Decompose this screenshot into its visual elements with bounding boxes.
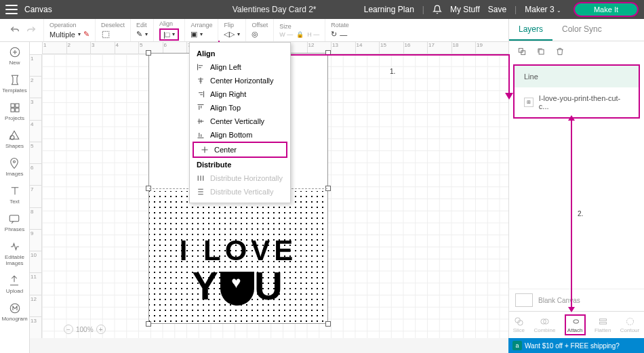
document-title[interactable]: Valentines Day Card 2* <box>184 5 363 14</box>
zoom-out-icon: − <box>64 325 73 334</box>
flip-icon: ◁▷ <box>224 30 235 39</box>
offset-tool[interactable]: Offset ◎ <box>245 19 273 41</box>
layer-action-bar: Slice Combine Attach Flatten Contour <box>508 311 644 338</box>
learning-plan-link[interactable]: Learning Plan <box>364 5 414 14</box>
ruler-vertical: 12345678910111213 <box>30 54 42 338</box>
offset-icon: ◎ <box>251 30 258 39</box>
svg-rect-5 <box>15 108 18 112</box>
layer-thumb-icon: ⊞ <box>524 98 534 107</box>
svg-rect-11 <box>521 51 525 55</box>
machine-selector[interactable]: Maker 3 ⌄ <box>525 5 561 14</box>
heart-icon: ♥ <box>231 273 243 291</box>
align-dropdown-menu: Align Align Left Center Horizontally Ali… <box>189 42 291 203</box>
sidebar-item-upload[interactable]: Upload <box>6 274 23 294</box>
group-icon[interactable] <box>517 47 527 56</box>
left-sidebar: New Templates Projects Shapes Images Tex… <box>0 42 30 353</box>
pencil-icon: ✎ <box>83 30 89 39</box>
svg-rect-12 <box>539 49 544 54</box>
delete-icon[interactable] <box>555 47 565 56</box>
resize-handle[interactable] <box>325 50 331 56</box>
blank-canvas-row[interactable]: Blank Canvas <box>508 289 644 311</box>
annotation-label-2: 2. <box>578 210 583 217</box>
layer-line[interactable]: Line <box>515 66 639 87</box>
rotate-tool[interactable]: Rotate ↻ — <box>325 19 355 41</box>
annotation-label-1: 1. <box>390 68 395 75</box>
resize-handle[interactable] <box>146 50 151 56</box>
make-it-button[interactable]: Make It <box>573 2 639 17</box>
sidebar-item-templates[interactable]: Templates <box>2 74 26 94</box>
bell-icon[interactable] <box>432 5 442 14</box>
size-tool[interactable]: Size W — 🔒 H — <box>273 19 325 41</box>
operation-tool[interactable]: Operation Multiple ▾ ✎ <box>43 19 95 41</box>
layer-tools <box>509 41 644 62</box>
save-link[interactable]: Save <box>488 5 506 14</box>
access-icon: a <box>512 341 522 350</box>
align-icon: |□ <box>163 30 170 39</box>
deselect-tool[interactable]: Deselect <box>95 19 130 41</box>
svg-rect-8 <box>10 215 20 222</box>
arrange-tool[interactable]: Arrange ▣▾ <box>184 19 218 41</box>
tab-color-sync[interactable]: Color Sync <box>552 19 611 41</box>
distribute-header: Distribute <box>190 158 290 171</box>
align-header: Align <box>190 47 290 60</box>
align-top-item[interactable]: Align Top <box>190 101 290 115</box>
sidebar-item-text[interactable]: Text <box>9 185 21 205</box>
svg-point-7 <box>14 161 16 163</box>
layer-i-love-you[interactable]: ⊞ I-love-you-print-then-cut-c... <box>515 87 639 117</box>
svg-rect-0 <box>102 31 108 37</box>
tab-layers[interactable]: Layers <box>509 19 552 41</box>
app-name: Canvas <box>24 5 52 14</box>
align-bottom-item[interactable]: Align Bottom <box>190 128 290 142</box>
center-horizontally-item[interactable]: Center Horizontally <box>190 74 290 87</box>
svg-rect-18 <box>599 323 606 325</box>
flip-tool[interactable]: Flip ◁▷▾ <box>218 19 245 41</box>
center-item[interactable]: Center <box>193 142 287 158</box>
canvas-area[interactable]: 12345678910111213141516171819 1234567891… <box>30 42 508 338</box>
blank-thumb-icon <box>515 293 533 307</box>
combine-button: Combine <box>534 316 555 333</box>
sidebar-item-new[interactable]: New <box>9 46 21 66</box>
my-stuff-link[interactable]: My Stuff <box>450 5 480 14</box>
menu-icon[interactable] <box>5 5 18 14</box>
zoom-in-icon: + <box>96 325 106 334</box>
zoom-control[interactable]: − 100% + <box>64 325 106 334</box>
rotate-icon: ↻ <box>331 30 337 39</box>
edit-pencil-icon: ✎ <box>136 30 142 39</box>
sidebar-item-images[interactable]: Images <box>5 157 23 177</box>
align-right-item[interactable]: Align Right <box>190 87 290 101</box>
layer-group-selected[interactable]: Line ⊞ I-love-you-print-then-cut-c... <box>513 64 640 119</box>
distribute-v-item: Distribute Vertically <box>190 185 290 199</box>
sidebar-item-projects[interactable]: Projects <box>5 102 24 121</box>
svg-rect-17 <box>599 319 606 321</box>
promo-banner[interactable]: a Want $10 off + FREE shipping? <box>508 338 644 353</box>
svg-point-19 <box>626 318 633 325</box>
undo-icon[interactable] <box>9 25 20 36</box>
sidebar-item-editable-images[interactable]: Editable Images <box>0 241 29 266</box>
slice-button: Slice <box>513 316 525 333</box>
align-tool[interactable]: Align |□▾ <box>153 19 185 41</box>
flatten-button: Flatten <box>595 316 611 333</box>
svg-rect-10 <box>519 48 523 52</box>
align-left-item[interactable]: Align Left <box>190 60 290 74</box>
center-vertically-item[interactable]: Center Vertically <box>190 115 290 128</box>
svg-rect-2 <box>11 104 14 107</box>
app-titlebar: Canvas Valentines Day Card 2* Learning P… <box>0 0 644 19</box>
distribute-h-item: Distribute Horizontally <box>190 171 290 185</box>
attach-button[interactable]: Attach <box>565 314 586 335</box>
svg-rect-4 <box>11 108 14 112</box>
svg-rect-3 <box>15 104 18 107</box>
i-love-you-art[interactable]: I LOVE Y♥U <box>149 236 327 306</box>
duplicate-icon[interactable] <box>536 47 546 56</box>
sidebar-item-monogram[interactable]: Monogram <box>1 302 27 322</box>
contour-button: Contour <box>620 316 639 333</box>
redo-icon[interactable] <box>26 25 37 36</box>
edit-tool[interactable]: Edit ✎▾ <box>130 19 153 41</box>
sidebar-item-shapes[interactable]: Shapes <box>5 129 24 149</box>
arrange-icon: ▣ <box>190 30 197 39</box>
sidebar-item-phrases[interactable]: Phrases <box>5 213 24 232</box>
